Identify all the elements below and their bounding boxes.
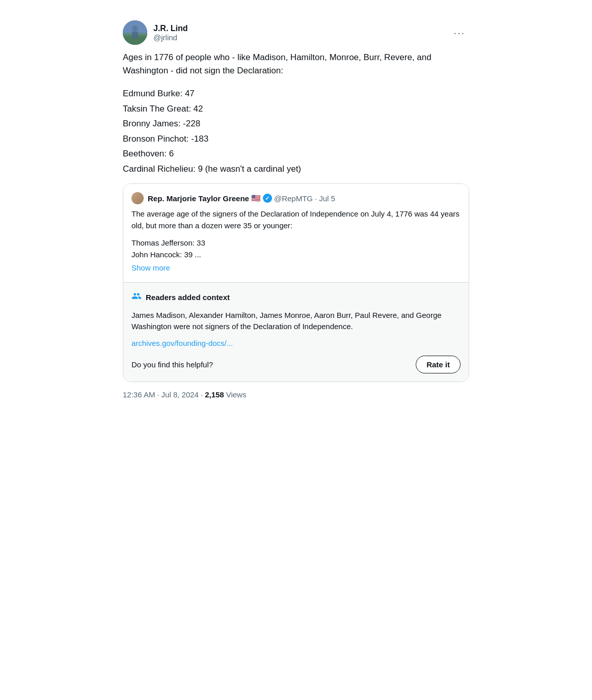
display-name[interactable]: J.R. Lind	[153, 24, 188, 33]
quoted-display-name[interactable]: Rep. Marjorie Taylor Greene	[148, 194, 249, 203]
list-item-3: Bronson Pinchot: -183	[123, 132, 469, 146]
card-group: Rep. Marjorie Taylor Greene 🇺🇸 ✓ @RepMTG…	[123, 183, 469, 382]
list-item-4: Beethoven: 6	[123, 147, 469, 160]
helpful-text: Do you find this helpful?	[131, 360, 213, 369]
quoted-avatar[interactable]	[131, 192, 144, 204]
list-item-5: Cardinal Richelieu: 9 (he wasn't a cardi…	[123, 163, 469, 176]
verified-badge: ✓	[263, 194, 272, 203]
quoted-body-line2: Thomas Jefferson: 33	[131, 237, 461, 249]
tweet-views-label: Views	[226, 390, 247, 399]
readers-title: Readers added context	[146, 293, 230, 302]
readers-header: Readers added context	[131, 291, 461, 304]
list-item-2: Bronny James: -228	[123, 117, 469, 130]
quoted-dot: ·	[315, 194, 317, 203]
tweet-views-count: 2,158	[205, 390, 224, 399]
avatar-image	[123, 20, 147, 45]
svg-point-3	[132, 25, 138, 32]
tweet-time: 12:36 AM	[123, 390, 155, 399]
readers-link[interactable]: archives.gov/founding-docs/...	[131, 339, 461, 347]
tweet-header-left: J.R. Lind @jrlind	[123, 20, 188, 45]
username[interactable]: @jrlind	[153, 33, 188, 42]
user-info: J.R. Lind @jrlind	[153, 24, 188, 42]
tweet-date: Jul 8, 2024	[162, 390, 199, 399]
quoted-avatar-image	[131, 192, 144, 204]
more-button[interactable]: ···	[449, 25, 469, 41]
readers-context: Readers added context James Madison, Ale…	[123, 283, 469, 382]
quoted-body-line1: The average age of the signers of the De…	[131, 208, 461, 231]
readers-body: James Madison, Alexander Hamilton, James…	[131, 310, 461, 333]
quoted-body: The average age of the signers of the De…	[131, 208, 461, 274]
verified-check-icon: ✓	[265, 195, 270, 202]
show-more-link[interactable]: Show more	[131, 262, 461, 274]
tweet-header: J.R. Lind @jrlind ···	[123, 20, 469, 45]
readers-footer: Do you find this helpful? Rate it	[131, 356, 461, 373]
svg-rect-4	[132, 32, 138, 39]
footer-dot2: ·	[201, 390, 203, 399]
tweet-container: J.R. Lind @jrlind ··· Ages in 1776 of pe…	[123, 12, 469, 407]
quoted-username[interactable]: @RepMTG	[274, 194, 313, 203]
tweet-footer: 12:36 AM · Jul 8, 2024 · 2,158 Views	[123, 390, 469, 399]
footer-dot1: ·	[157, 390, 159, 399]
quoted-date: Jul 5	[319, 194, 335, 203]
rate-it-button[interactable]: Rate it	[416, 356, 461, 373]
avatar[interactable]	[123, 20, 147, 45]
quoted-user-info: Rep. Marjorie Taylor Greene 🇺🇸 ✓ @RepMTG…	[148, 194, 335, 203]
tweet-body: Ages in 1776 of people who - like Madiso…	[123, 51, 469, 175]
tweet-timestamp: 12:36 AM · Jul 8, 2024 · 2,158 Views	[123, 390, 469, 399]
list-item-1: Taksin The Great: 42	[123, 102, 469, 116]
tweet-intro: Ages in 1776 of people who - like Madiso…	[123, 51, 469, 77]
readers-icon	[131, 291, 142, 304]
flag-emoji: 🇺🇸	[251, 194, 261, 203]
quoted-tweet: Rep. Marjorie Taylor Greene 🇺🇸 ✓ @RepMTG…	[123, 184, 469, 283]
quoted-header: Rep. Marjorie Taylor Greene 🇺🇸 ✓ @RepMTG…	[131, 192, 461, 204]
quoted-body-line3: John Hancock: 39 ...	[131, 249, 461, 261]
list-item-0: Edmund Burke: 47	[123, 87, 469, 100]
